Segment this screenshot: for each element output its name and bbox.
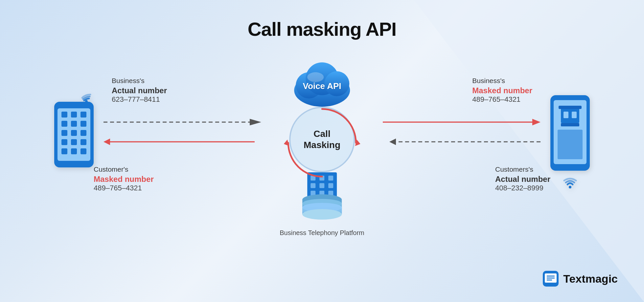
left-bottom-info: Customer's Masked number 489–765–4321 bbox=[94, 164, 154, 192]
page-title: Call masking API bbox=[0, 0, 644, 40]
svg-rect-10 bbox=[80, 130, 86, 136]
svg-rect-5 bbox=[61, 121, 67, 127]
svg-rect-9 bbox=[71, 130, 77, 136]
svg-rect-22 bbox=[572, 112, 577, 118]
svg-marker-30 bbox=[104, 139, 110, 145]
svg-rect-15 bbox=[71, 148, 77, 154]
voice-api-label: Voice API bbox=[303, 81, 341, 91]
svg-rect-3 bbox=[71, 112, 77, 118]
svg-rect-24 bbox=[561, 123, 579, 126]
left-bottom-line1: Customer's bbox=[94, 164, 154, 175]
right-top-line1: Business's bbox=[472, 76, 532, 86]
svg-rect-2 bbox=[61, 112, 67, 118]
call-masking-wrap: Call Masking bbox=[289, 110, 355, 172]
arrow-solid-left bbox=[104, 135, 255, 148]
left-top-line1: Business's bbox=[112, 76, 167, 86]
circular-arrows bbox=[283, 104, 361, 182]
left-top-line2: Actual number bbox=[112, 86, 167, 95]
svg-rect-47 bbox=[319, 183, 324, 188]
textmagic-logo: Textmagic bbox=[542, 270, 618, 287]
left-phone-icon bbox=[51, 92, 97, 184]
left-device bbox=[51, 92, 97, 185]
svg-rect-7 bbox=[80, 121, 86, 127]
arrow-dashed-right bbox=[104, 116, 261, 129]
textmagic-icon bbox=[542, 270, 559, 287]
svg-point-17 bbox=[85, 100, 88, 103]
svg-rect-46 bbox=[310, 183, 315, 188]
svg-rect-25 bbox=[558, 130, 583, 159]
right-store-icon bbox=[547, 92, 593, 190]
svg-rect-21 bbox=[564, 112, 568, 118]
svg-marker-28 bbox=[250, 119, 261, 125]
svg-rect-4 bbox=[80, 112, 86, 118]
left-top-number: 623–777–8411 bbox=[112, 95, 167, 104]
right-top-info: Business's Masked number 489–765–4321 bbox=[472, 76, 532, 104]
right-bottom-number: 408–232–8999 bbox=[495, 184, 550, 192]
diagram-area: Business's Actual number 623–777–8411 Cu… bbox=[0, 59, 644, 302]
svg-rect-14 bbox=[61, 148, 67, 154]
right-bottom-line2: Actual number bbox=[495, 175, 550, 184]
svg-rect-13 bbox=[80, 139, 86, 145]
brand-name: Textmagic bbox=[563, 272, 618, 285]
right-bottom-line1: Customers's bbox=[495, 164, 550, 175]
left-bottom-number: 489–765–4321 bbox=[94, 184, 154, 192]
main-container: Call masking API bbox=[0, 0, 644, 302]
circular-arrows-svg bbox=[283, 104, 361, 182]
svg-marker-34 bbox=[389, 139, 396, 145]
voice-api-cloud: Voice API bbox=[286, 59, 358, 108]
center-block: Voice API Call Masking bbox=[280, 59, 364, 237]
svg-rect-23 bbox=[559, 106, 582, 109]
arrow-dashed-left bbox=[389, 135, 540, 148]
svg-marker-32 bbox=[532, 119, 540, 125]
svg-rect-16 bbox=[80, 148, 86, 154]
left-top-info: Business's Actual number 623–777–8411 bbox=[112, 76, 167, 104]
svg-rect-48 bbox=[328, 183, 333, 188]
svg-point-58 bbox=[302, 209, 342, 220]
right-top-number: 489–765–4321 bbox=[472, 95, 532, 104]
database-label: Business Telephony Platform bbox=[280, 229, 364, 237]
svg-rect-6 bbox=[71, 121, 77, 127]
svg-rect-12 bbox=[71, 139, 77, 145]
left-bottom-line2: Masked number bbox=[94, 175, 154, 184]
arrow-solid-right bbox=[383, 116, 540, 129]
right-device bbox=[547, 92, 593, 192]
right-top-line2: Masked number bbox=[472, 86, 532, 95]
svg-rect-8 bbox=[61, 130, 67, 136]
svg-rect-11 bbox=[61, 139, 67, 145]
svg-point-39 bbox=[307, 72, 324, 82]
svg-point-26 bbox=[569, 186, 571, 188]
right-bottom-info: Customers's Actual number 408–232–8999 bbox=[495, 164, 550, 192]
